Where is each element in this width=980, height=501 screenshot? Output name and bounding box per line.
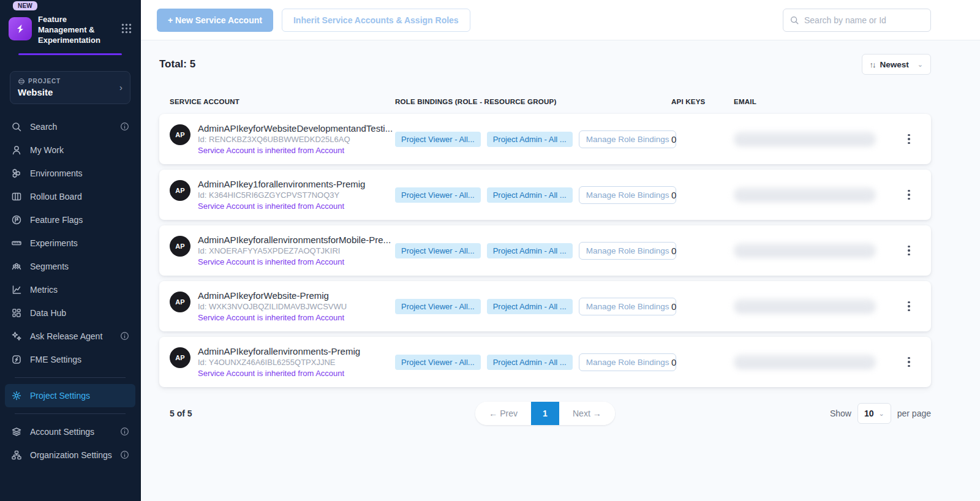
sidebar-item-experiments[interactable]: Experiments [5,232,135,255]
kebab-menu-icon[interactable] [902,132,916,147]
inherited-note: Service Account is inherited from Accoun… [198,369,360,378]
hexagons-icon [11,168,22,179]
ruler-icon [11,238,22,249]
kebab-menu-icon[interactable] [902,355,916,370]
sidebar-item-rollout-board[interactable]: Rollout Board [5,185,135,208]
table-row: AP AdminAPIkey1forallenvironments-Premig… [159,170,931,220]
api-keys-count: 0 [660,357,734,367]
info-icon[interactable] [120,427,129,436]
sidebar-item-environments[interactable]: Environments [5,162,135,185]
pagination: ← Prev 1 Next → [475,402,614,425]
role-badge: Project Admin - All ... [487,355,573,370]
api-keys-count: 0 [660,134,734,145]
email-redacted [734,299,876,314]
chart-line-icon [11,284,22,295]
service-account-id: Id: K364HIC5RI6GZGYCPVST7NOQ3Y [198,190,365,200]
toolbar: + New Service Account Inherit Service Ac… [141,0,980,40]
sidebar-item-ask-release-agent[interactable]: Ask Release Agent [5,325,135,348]
gear-icon [11,390,22,401]
service-account-name: AdminAPIkeyforallenvironments-Premig [198,346,360,356]
sidebar-item-feature-flags[interactable]: Feature Flags [5,208,135,232]
sidebar-item-account-settings[interactable]: Account Settings [5,420,135,443]
inherit-service-accounts-button[interactable]: Inherit Service Accounts & Assign Roles [282,9,470,32]
people-icon [11,261,22,272]
sort-dropdown[interactable]: ↑↓ Newest ⌄ [862,54,932,75]
total-count: Total: 5 [159,58,195,70]
table-row: AP AdminAPIkeyforallenvironmentsforMobil… [159,225,931,276]
kebab-menu-icon[interactable] [902,299,916,314]
email-redacted [734,187,876,202]
project-name: Website [18,87,119,97]
search-icon [11,121,22,132]
sidebar-header: NEW Feature Management & Experimentation [0,0,140,62]
info-icon[interactable] [120,450,129,459]
sidebar-item-organization-settings[interactable]: Organization Settings [5,443,135,467]
prev-page-button[interactable]: ← Prev [475,402,531,425]
sidebar-item-segments[interactable]: Segments [5,255,135,278]
avatar: AP [170,124,190,145]
search-input[interactable] [783,9,931,32]
service-account-name: AdminAPIkeyforallenvironmentsforMobile-P… [198,235,391,245]
avatar: AP [170,180,190,201]
sidebar-item-fme-settings[interactable]: FME Settings [5,348,135,371]
service-account-name: AdminAPIkeyforWebsite-Premig [198,290,347,301]
avatar: AP [170,347,190,368]
api-keys-count: 0 [660,246,734,256]
role-badge: Project Viewer - All... [395,355,481,370]
role-badge: Project Viewer - All... [395,243,481,258]
kebab-menu-icon[interactable] [902,187,916,203]
service-account-list: AP AdminAPIkeyforWebsiteDevelopmentandTe… [159,114,931,387]
app-switcher-icon[interactable] [121,23,132,36]
service-account-id: Id: WXK3NVOJBQZILIDMAVBJWCSVWU [198,302,347,311]
table-row: AP AdminAPIkeyforWebsiteDevelopmentandTe… [159,114,931,164]
info-icon[interactable] [120,331,129,341]
next-page-button[interactable]: Next → [559,402,615,425]
fme-icon [11,354,22,365]
chevron-down-icon: ⌄ [918,61,923,69]
current-page-button[interactable]: 1 [531,402,559,425]
list-footer: 5 of 5 ← Prev 1 Next → Show 10 ⌄ per pag… [159,402,931,425]
project-icon [18,78,25,85]
chevron-right-icon: › [119,82,123,92]
api-keys-count: 0 [660,190,734,200]
sidebar-item-search[interactable]: Search [5,115,135,138]
new-service-account-button[interactable]: + New Service Account [157,9,273,32]
inherited-note: Service Account is inherited from Accoun… [198,146,393,155]
service-account-id: Id: XNOERAFYYA5XPDEZ7AOQTJKIRI [198,246,391,255]
sidebar-item-metrics[interactable]: Metrics [5,278,135,301]
column-api-keys: API KEYS [660,98,734,105]
table-row: AP AdminAPIkeyforallenvironments-Premig … [159,337,931,387]
project-selector[interactable]: PROJECT Website › [10,71,130,104]
divider [15,377,126,378]
inherited-note: Service Account is inherited from Accoun… [198,313,347,322]
role-badge: Project Viewer - All... [395,187,481,203]
sidebar-item-data-hub[interactable]: Data Hub [5,301,135,325]
board-columns-icon [11,191,22,202]
flag-icon [11,214,22,225]
service-account-name: AdminAPIkeyforWebsiteDevelopmentandTesti… [198,123,393,134]
page-size-select[interactable]: 10 ⌄ [858,403,891,424]
org-chart-icon [11,450,22,461]
accent-divider [18,53,122,55]
info-icon[interactable] [120,122,129,131]
column-role-bindings: ROLE BINDINGS (ROLE - RESOURCE GROUP) [395,98,660,105]
avatar: AP [170,236,190,257]
role-badge: Project Viewer - All... [395,299,481,314]
sparkles-icon [11,331,22,342]
app-logo-icon [9,17,32,40]
email-redacted [734,243,876,258]
page-summary: 5 of 5 [159,409,343,418]
sidebar-item-my-work[interactable]: My Work [5,138,135,162]
inherited-note: Service Account is inherited from Accoun… [198,257,391,266]
table-header: SERVICE ACCOUNT ROLE BINDINGS (ROLE - RE… [159,98,931,105]
show-label: Show [830,409,851,418]
sidebar: NEW Feature Management & Experimentation [0,0,141,501]
service-accounts-panel: Total: 5 ↑↓ Newest ⌄ SERVICE ACCOUNT ROL… [141,40,980,501]
app-title: Feature Management & Experimentation [38,15,110,46]
column-service-account: SERVICE ACCOUNT [170,98,395,105]
sidebar-nav: Search My Work Environments Rollout Boar… [0,108,140,501]
kebab-menu-icon[interactable] [902,243,916,258]
service-account-id: Id: RENCKBZ3XQ6UBBWWEDKD25L6AQ [198,135,393,144]
sidebar-item-project-settings[interactable]: Project Settings [5,384,135,407]
person-icon [11,145,22,156]
